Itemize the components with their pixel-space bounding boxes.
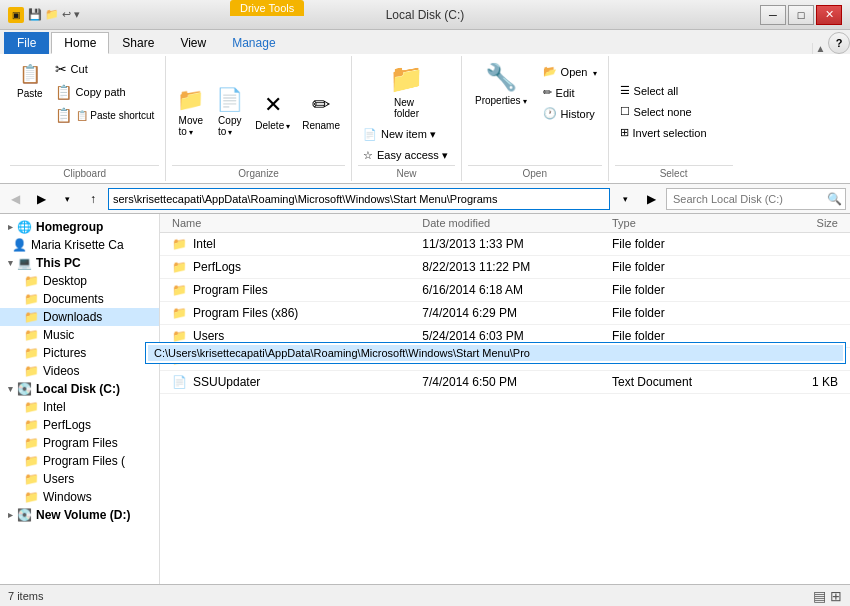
tab-view[interactable]: View xyxy=(167,32,219,54)
new-folder-button[interactable]: 📁 Newfolder xyxy=(358,58,455,123)
thispc-expand-icon: ▾ xyxy=(8,258,13,268)
details-view-button[interactable]: ▤ xyxy=(813,588,826,604)
sidebar-item-intel[interactable]: 📁 Intel xyxy=(0,398,159,416)
new-folder-icon: 📁 xyxy=(389,62,424,95)
up-button[interactable]: ↑ xyxy=(82,188,104,210)
downloads-folder-icon: 📁 xyxy=(24,310,39,324)
file-row[interactable]: 📁 Program Files 6/16/2014 6:18 AM File f… xyxy=(160,279,850,302)
file-row[interactable]: 📁 Intel 11/3/2013 1:33 PM File folder xyxy=(160,233,850,256)
paste-icon: 📋 xyxy=(18,62,42,86)
open-label: Open xyxy=(468,165,602,179)
invert-selection-button[interactable]: ⊞ Invert selection xyxy=(615,123,733,142)
file-size xyxy=(737,335,842,337)
delete-button[interactable]: ✕ Delete▾ xyxy=(250,88,295,135)
sidebar-homegroup[interactable]: ▸ 🌐 Homegroup xyxy=(0,218,159,236)
properties-icon: 🔧 xyxy=(485,62,517,93)
go-button[interactable]: ▶ xyxy=(640,188,662,210)
sidebar-newvolume[interactable]: ▸ 💽 New Volume (D:) xyxy=(0,506,159,524)
sidebar: ▸ 🌐 Homegroup 👤 Maria Krisette Ca ▾ 💻 Th… xyxy=(0,214,160,604)
help-button[interactable]: ? xyxy=(828,32,850,54)
file-date: 8/22/2013 11:22 PM xyxy=(418,259,608,275)
organize-section: 📁 Moveto▾ 📄 Copyto▾ ✕ Delete▾ ✏ Rename O… xyxy=(166,56,352,181)
sidebar-item-maria[interactable]: 👤 Maria Krisette Ca xyxy=(0,236,159,254)
sidebar-thispc[interactable]: ▾ 💻 This PC xyxy=(0,254,159,272)
search-button[interactable]: 🔍 xyxy=(824,189,844,209)
rename-button[interactable]: ✏ Rename xyxy=(297,88,345,135)
copy-to-button[interactable]: 📄 Copyto▾ xyxy=(211,83,248,141)
forward-button[interactable]: ▶ xyxy=(30,188,52,210)
cut-button[interactable]: ✂ Cut xyxy=(50,58,160,80)
header-name[interactable]: Name xyxy=(168,216,418,230)
address-input[interactable] xyxy=(108,188,610,210)
edit-button[interactable]: ✏ Edit xyxy=(538,83,602,102)
sidebar-item-programfiles[interactable]: 📁 Program Files xyxy=(0,434,159,452)
sidebar-item-pictures[interactable]: 📁 Pictures xyxy=(0,344,159,362)
recent-locations-button[interactable]: ▾ xyxy=(56,188,78,210)
header-size[interactable]: Size xyxy=(737,216,842,230)
file-row[interactable]: 📄 SSUUpdater 7/4/2014 6:50 PM Text Docum… xyxy=(160,371,850,394)
new-item-icon: 📄 xyxy=(363,128,377,141)
paste-shortcut-button[interactable]: 📋 📋 Paste shortcut xyxy=(50,104,160,126)
sidebar-item-programfilesx86[interactable]: 📁 Program Files ( xyxy=(0,452,159,470)
tab-share[interactable]: Share xyxy=(109,32,167,54)
organize-label: Organize xyxy=(172,165,345,179)
clipboard-small-buttons: ✂ Cut 📋 Copy path 📋 📋 Paste shortcut xyxy=(50,58,160,126)
header-date[interactable]: Date modified xyxy=(418,216,608,230)
ribbon-scroll-up[interactable]: ▲ xyxy=(812,43,828,54)
copy-path-button[interactable]: 📋 Copy path xyxy=(50,81,160,103)
minimize-button[interactable]: ─ xyxy=(760,5,786,25)
maximize-button[interactable]: □ xyxy=(788,5,814,25)
file-name: 📄 SSUUpdater xyxy=(168,374,418,390)
properties-button[interactable]: 🔧 Properties▾ xyxy=(468,58,534,110)
desktop-folder-icon: 📁 xyxy=(24,274,39,288)
programfiles-folder-icon: 📁 xyxy=(24,436,39,450)
file-row[interactable]: 📁 Program Files (x86) 7/4/2014 6:29 PM F… xyxy=(160,302,850,325)
file-rows-container: 📁 Intel 11/3/2013 1:33 PM File folder 📁 … xyxy=(160,233,850,394)
paste-shortcut-icon: 📋 xyxy=(55,107,72,123)
sidebar-item-perflogs[interactable]: 📁 PerfLogs xyxy=(0,416,159,434)
select-all-button[interactable]: ☰ Select all xyxy=(615,81,733,100)
clipboard-label: Clipboard xyxy=(10,165,159,179)
file-type: File folder xyxy=(608,282,737,298)
large-icons-view-button[interactable]: ⊞ xyxy=(830,588,842,604)
sidebar-item-desktop[interactable]: 📁 Desktop xyxy=(0,272,159,290)
file-name: 📁 Intel xyxy=(168,236,418,252)
open-button[interactable]: 📂 Open ▾ xyxy=(538,62,602,81)
close-button[interactable]: ✕ xyxy=(816,5,842,25)
search-input[interactable] xyxy=(666,188,846,210)
music-folder-icon: 📁 xyxy=(24,328,39,342)
header-type[interactable]: Type xyxy=(608,216,737,230)
drive-tools-badge: Drive Tools xyxy=(230,0,304,16)
address-refresh-button[interactable]: ▾ xyxy=(614,188,636,210)
file-row[interactable]: 📁 PerfLogs 8/22/2013 11:22 PM File folde… xyxy=(160,256,850,279)
select-buttons: ☰ Select all ☐ Select none ⊞ Invert sele… xyxy=(615,58,733,165)
address-dropdown-item[interactable]: C:\Users\krisettecapati\AppData\Roaming\… xyxy=(148,345,843,361)
cut-icon: ✂ xyxy=(55,61,67,77)
select-all-icon: ☰ xyxy=(620,84,630,97)
select-section: ☰ Select all ☐ Select none ⊞ Invert sele… xyxy=(609,56,739,181)
documents-folder-icon: 📁 xyxy=(24,292,39,306)
back-button[interactable]: ◀ xyxy=(4,188,26,210)
select-none-button[interactable]: ☐ Select none xyxy=(615,102,733,121)
edit-icon: ✏ xyxy=(543,86,552,99)
invert-selection-icon: ⊞ xyxy=(620,126,629,139)
file-size xyxy=(737,243,842,245)
history-button[interactable]: 🕐 History xyxy=(538,104,602,123)
sidebar-item-windows[interactable]: 📁 Windows xyxy=(0,488,159,506)
copy-to-icon: 📄 xyxy=(216,87,243,113)
sidebar-localdisk[interactable]: ▾ 💽 Local Disk (C:) xyxy=(0,380,159,398)
easy-access-button[interactable]: ☆ Easy access ▾ xyxy=(358,146,455,165)
new-item-button[interactable]: 📄 New item ▾ xyxy=(358,125,455,144)
tab-manage[interactable]: Manage xyxy=(219,32,288,54)
tab-home[interactable]: Home xyxy=(51,32,109,54)
sidebar-item-downloads[interactable]: 📁 Downloads xyxy=(0,308,159,326)
move-to-button[interactable]: 📁 Moveto▾ xyxy=(172,83,209,141)
sidebar-item-users[interactable]: 📁 Users xyxy=(0,470,159,488)
sidebar-item-documents[interactable]: 📁 Documents xyxy=(0,290,159,308)
paste-button[interactable]: 📋 Paste xyxy=(10,58,50,103)
sidebar-item-videos[interactable]: 📁 Videos xyxy=(0,362,159,380)
file-date: 6/16/2014 6:18 AM xyxy=(418,282,608,298)
sidebar-item-music[interactable]: 📁 Music xyxy=(0,326,159,344)
file-size: 1 KB xyxy=(737,374,842,390)
tab-file[interactable]: File xyxy=(4,32,49,54)
